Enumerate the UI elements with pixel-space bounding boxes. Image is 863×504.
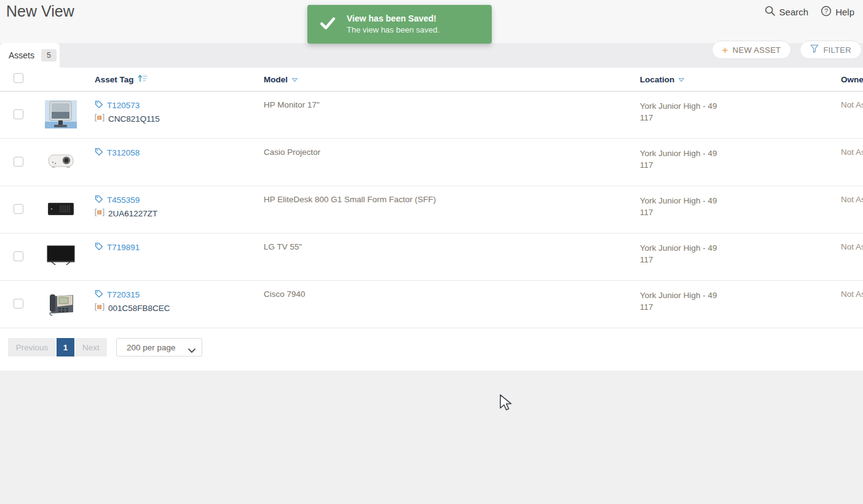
toast-notification[interactable]: View has been Saved! The view has been s…: [307, 5, 492, 44]
tv-thumbnail: [45, 240, 77, 272]
table-header-row: Asset Tag Model Location Owner: [0, 68, 863, 92]
asset-thumbnail: [45, 193, 77, 227]
location-line2: 117: [640, 207, 841, 218]
filter-button[interactable]: FILTER: [800, 41, 862, 59]
location-line1: York Junior High - 49: [640, 100, 841, 112]
location-line1: York Junior High - 49: [640, 195, 841, 207]
header-owner-label: Owner: [841, 75, 863, 84]
header-checkbox-cell: [0, 73, 27, 85]
tab-assets-label: Assets: [9, 50, 34, 60]
model-cell: LG TV 55": [264, 234, 640, 280]
owner-cell: Not Assigned: [841, 281, 863, 328]
assets-table-panel: Asset Tag Model Location Owner: [0, 68, 863, 371]
new-asset-button[interactable]: + NEW ASSET: [712, 41, 792, 59]
asset-tag-link[interactable]: T720315: [107, 290, 140, 299]
table-row: T455359 2UA61227ZT HP EliteDesk 800 G1 S…: [0, 186, 863, 234]
tab-assets[interactable]: Assets 5: [0, 43, 60, 68]
location-line2: 117: [640, 112, 841, 124]
location-line2: 117: [640, 301, 841, 313]
projector-thumbnail: [45, 146, 77, 178]
filter-label: FILTER: [823, 45, 851, 55]
current-page-button[interactable]: 1: [57, 338, 74, 356]
asset-tag-link[interactable]: T312058: [107, 148, 140, 157]
owner-cell: Not Assigned: [841, 139, 863, 186]
location-line1: York Junior High - 49: [640, 289, 841, 301]
help-label: Help: [835, 7, 854, 17]
header-asset-tag[interactable]: Asset Tag: [95, 74, 264, 85]
location-line2: 117: [640, 254, 841, 266]
row-checkbox[interactable]: [14, 251, 23, 261]
location-cell: York Junior High - 49 117: [640, 234, 841, 280]
asset-tag-link[interactable]: T455359: [107, 195, 140, 205]
model-cell: HP Monitor 17": [264, 92, 640, 138]
table-body: T120573 CNC821Q115 HP Monitor 17" York J…: [0, 92, 863, 328]
serial-number: 2UA61227ZT: [108, 209, 157, 218]
sort-ascending-icon: [138, 74, 148, 85]
select-all-checkbox[interactable]: [14, 73, 23, 83]
model-cell: Casio Projector: [264, 139, 640, 186]
next-page-button[interactable]: Next: [75, 338, 107, 356]
previous-page-button[interactable]: Previous: [8, 338, 56, 356]
header-location-label: Location: [640, 75, 674, 84]
row-checkbox[interactable]: [14, 157, 23, 167]
row-checkbox[interactable]: [14, 299, 23, 309]
location-line2: 117: [640, 159, 841, 171]
serial-number: CNC821Q115: [108, 114, 160, 124]
header-location[interactable]: Location: [640, 75, 841, 84]
ip-phone-thumbnail: [45, 288, 77, 320]
tab-count-badge: 5: [41, 49, 57, 61]
location-cell: York Junior High - 49 117: [640, 281, 841, 328]
row-checkbox[interactable]: [14, 109, 23, 119]
mouse-cursor: [499, 394, 512, 413]
topbar-actions: Search ? Help: [765, 6, 854, 18]
tag-icon: [95, 100, 103, 111]
tag-icon: [95, 148, 103, 158]
chevron-down-icon: [291, 75, 298, 84]
barcode-icon: [95, 114, 104, 124]
tag-icon: [95, 242, 103, 253]
page-title: New View: [6, 2, 74, 20]
row-checkbox[interactable]: [14, 204, 23, 214]
pagination: Previous 1 Next 200 per page: [8, 338, 863, 356]
owner-cell: Not Assigned: [841, 186, 863, 233]
header-model-label: Model: [264, 75, 288, 84]
chevron-down-icon: [678, 75, 685, 84]
table-row: T719891 LG TV 55" York Junior High - 49 …: [0, 234, 863, 281]
search-button[interactable]: Search: [765, 6, 809, 18]
asset-tag-link[interactable]: T120573: [107, 101, 140, 110]
table-row: T120573 CNC821Q115 HP Monitor 17" York J…: [0, 92, 863, 139]
serial-number: 001C58FB8CEC: [108, 304, 170, 313]
asset-thumbnail: [45, 146, 77, 180]
asset-tag-link[interactable]: T719891: [107, 243, 140, 252]
table-row: T720315 001C58FB8CEC Cisco 7940 York Jun…: [0, 281, 863, 328]
table-actions: + NEW ASSET FILTER: [712, 41, 862, 59]
checkmark-icon: [320, 17, 336, 33]
toast-title: View has been Saved!: [347, 13, 439, 25]
header-asset-tag-label: Asset Tag: [95, 75, 134, 84]
model-cell: HP EliteDesk 800 G1 Small Form Factor (S…: [264, 186, 640, 233]
monitor-thumbnail: [45, 98, 77, 130]
location-cell: York Junior High - 49 117: [640, 186, 841, 233]
tag-icon: [95, 195, 103, 205]
search-icon: [765, 6, 776, 18]
tag-icon: [95, 289, 103, 300]
table-row: T312058 Casio Projector York Junior High…: [0, 139, 863, 186]
per-page-select[interactable]: 200 per page: [116, 338, 202, 356]
new-asset-label: NEW ASSET: [733, 45, 781, 55]
toast-message: The view has been saved.: [347, 25, 439, 36]
header-model[interactable]: Model: [264, 75, 640, 84]
model-cell: Cisco 7940: [264, 281, 640, 328]
barcode-icon: [95, 303, 104, 313]
plus-icon: +: [722, 45, 728, 55]
help-button[interactable]: ? Help: [821, 6, 854, 18]
location-cell: York Junior High - 49 117: [640, 139, 841, 186]
page-background: [0, 371, 863, 504]
owner-cell: Not Assigned: [841, 92, 863, 138]
location-cell: York Junior High - 49 117: [640, 92, 841, 138]
header-owner[interactable]: Owner: [841, 75, 863, 84]
search-label: Search: [779, 7, 809, 17]
funnel-icon: [810, 44, 819, 55]
location-line1: York Junior High - 49: [640, 242, 841, 254]
asset-thumbnail: [45, 288, 77, 322]
barcode-icon: [95, 208, 104, 218]
